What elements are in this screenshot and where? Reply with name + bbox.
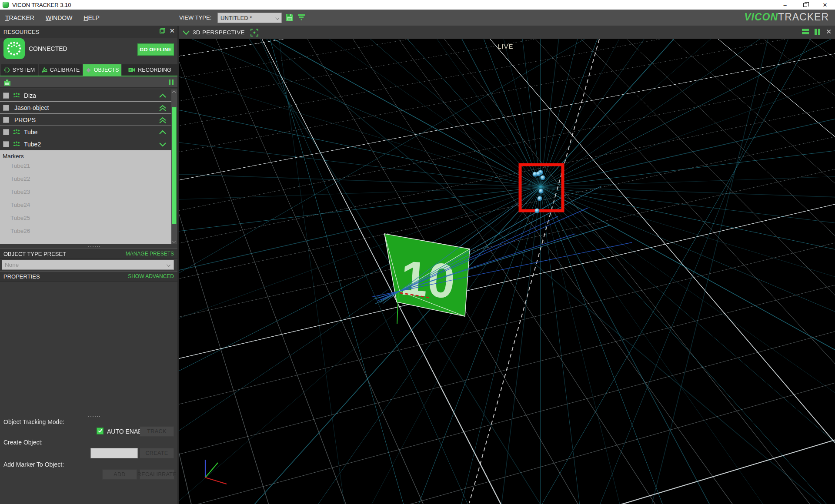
markers-panel: Markers Tube21 Tube22 Tube23 Tube24 Tube… <box>0 150 171 244</box>
add-marker-label: Add Marker To Object: <box>3 461 64 468</box>
marker-sphere[interactable] <box>536 172 541 176</box>
video-camera-icon <box>128 67 135 73</box>
pause-updates-icon[interactable] <box>169 80 174 85</box>
object-checkbox[interactable] <box>3 105 9 111</box>
tab-calibrate[interactable]: CALIBRATE <box>39 64 82 76</box>
marker-sphere[interactable] <box>539 189 544 194</box>
scroll-down-icon[interactable] <box>172 239 176 243</box>
marker-item[interactable]: Tube24 <box>0 199 171 212</box>
object-row-diza[interactable]: Diza <box>0 90 171 102</box>
tab-system[interactable]: SYSTEM <box>1 64 38 76</box>
chevron-down-icon <box>275 16 279 20</box>
chevron-up-icon[interactable] <box>158 93 167 98</box>
tab-objects[interactable]: OBJECTS <box>83 64 121 76</box>
3d-scene[interactable]: 10 <box>179 39 835 504</box>
filter-views-icon[interactable] <box>297 13 305 22</box>
check-icon <box>98 428 103 432</box>
properties-header: PROPERTIES SHOW ADVANCED <box>0 271 177 282</box>
view-type-dropdown[interactable]: UNTITLED * <box>217 13 282 23</box>
marker-item[interactable]: Tube23 <box>0 186 171 199</box>
axis-triad-icon <box>205 460 227 484</box>
calibration-wand-icon <box>41 67 47 73</box>
object-row-props[interactable]: PROPS <box>0 114 171 126</box>
connection-status: CONNECTED <box>29 45 67 52</box>
menubar: TRACKER WINDOW HELP VIEW TYPE: UNTITLED … <box>0 10 835 26</box>
view-options-icon[interactable] <box>802 29 809 35</box>
app-icon <box>3 2 9 8</box>
marker-sphere[interactable] <box>538 196 542 201</box>
auto-enable-checkbox[interactable] <box>97 428 104 434</box>
tracked-object-icon <box>13 93 20 98</box>
object-number-label: 10 <box>399 251 457 308</box>
object-type-preset-header: OBJECT TYPE PRESET MANAGE PRESETS <box>0 249 177 259</box>
pause-view-icon[interactable] <box>815 29 820 35</box>
scroll-up-icon[interactable] <box>172 91 176 94</box>
object-tracking-mode-label: Object Tracking Mode: <box>3 418 64 425</box>
tab-recording[interactable]: RECORDING <box>122 64 177 76</box>
selected-ray-dashed <box>469 39 599 503</box>
create-object-input[interactable] <box>90 448 138 458</box>
track-button[interactable]: TRACK <box>140 426 174 437</box>
camera-ring-icon <box>4 67 10 73</box>
import-object-icon[interactable] <box>3 79 11 86</box>
undock-panel-icon[interactable] <box>160 28 165 33</box>
marker-item[interactable]: Tube26 <box>0 225 171 238</box>
close-button[interactable]: ✕ <box>815 0 835 10</box>
chevron-down-icon[interactable] <box>158 142 167 147</box>
marker-sphere[interactable] <box>535 209 540 213</box>
active-tab-underline <box>0 76 177 76</box>
object-row-jason-object[interactable]: Jason-object <box>0 102 171 114</box>
recalibrate-button[interactable]: RECALIBRATE <box>140 469 174 480</box>
viewport-header: 3D PERSPECTIVE ✕ <box>179 26 835 39</box>
go-offline-button[interactable]: GO OFFLINE <box>137 43 174 56</box>
object-diamond-icon <box>86 67 91 73</box>
tracked-object-icon <box>13 141 20 147</box>
objects-toolbar <box>0 77 177 88</box>
chevron-up-icon[interactable] <box>158 129 167 135</box>
show-advanced-link[interactable]: SHOW ADVANCED <box>128 273 174 279</box>
view-type-label: VIEW TYPE: <box>179 14 211 21</box>
window-titlebar: VICON TRACKER 3.10 – ✕ <box>0 0 835 10</box>
create-button[interactable]: CREATE <box>140 448 174 458</box>
marker-sphere[interactable] <box>541 176 545 180</box>
resources-header: RESOURCES ✕ <box>0 26 177 38</box>
window-title: VICON TRACKER 3.10 <box>12 2 71 8</box>
markers-header: Markers <box>0 150 171 159</box>
double-chevron-up-icon[interactable] <box>158 117 167 123</box>
marker-item[interactable]: Tube21 <box>0 159 171 172</box>
menu-tracker[interactable]: TRACKER <box>5 14 34 21</box>
splitter-handle[interactable] <box>0 415 177 418</box>
close-panel-icon[interactable]: ✕ <box>169 28 175 33</box>
double-chevron-up-icon[interactable] <box>158 105 167 111</box>
marker-item[interactable]: Tube25 <box>0 212 171 225</box>
objects-list: Diza Jason-object PROPS <box>0 90 171 150</box>
tracked-object-icon <box>13 129 20 135</box>
object-checkbox[interactable] <box>3 117 9 123</box>
menu-window[interactable]: WINDOW <box>46 14 72 21</box>
minimize-button[interactable]: – <box>775 0 795 10</box>
object-type-preset-dropdown[interactable]: None <box>2 260 174 270</box>
manage-presets-link[interactable]: MANAGE PRESETS <box>126 251 174 257</box>
vicon-tracker-logo: VICONTRACKER <box>744 11 829 23</box>
close-view-icon[interactable]: ✕ <box>826 29 832 34</box>
resources-tabs: SYSTEM CALIBRATE OBJECTS RECORDING <box>0 64 177 76</box>
maximize-button[interactable] <box>795 0 815 10</box>
camera-rays <box>179 39 835 504</box>
menu-help[interactable]: HELP <box>84 14 100 21</box>
object-row-tube[interactable]: Tube <box>0 126 171 138</box>
object-checkbox[interactable] <box>3 129 9 135</box>
objects-scrollbar[interactable] <box>171 90 177 244</box>
viewport-title: 3D PERSPECTIVE <box>193 29 245 36</box>
marker-item[interactable]: Tube22 <box>0 172 171 186</box>
object-checkbox[interactable] <box>3 141 9 147</box>
3d-canvas[interactable]: 10 LIVE <box>179 39 835 504</box>
add-button[interactable]: ADD <box>102 469 137 480</box>
scrollbar-thumb[interactable] <box>172 107 177 224</box>
splitter-handle[interactable] <box>0 245 177 249</box>
focus-selection-icon[interactable] <box>250 28 259 37</box>
view-menu-chevron-icon[interactable] <box>182 30 190 35</box>
object-checkbox[interactable] <box>3 93 9 99</box>
save-view-icon[interactable] <box>285 13 294 22</box>
object-row-tube2[interactable]: Tube2 <box>0 138 171 150</box>
chevron-down-icon <box>167 263 170 267</box>
